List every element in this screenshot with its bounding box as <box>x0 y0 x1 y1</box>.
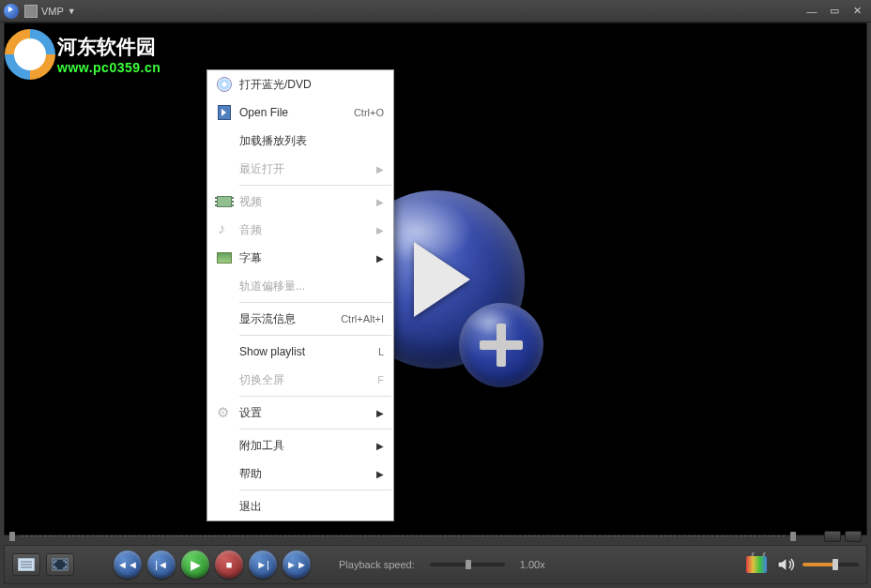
submenu-arrow-icon: ▶ <box>376 441 384 451</box>
menu-item[interactable]: 打开蓝光/DVD <box>207 70 393 98</box>
menu-item-label: 加载播放列表 <box>237 133 384 149</box>
menu-item-label: 帮助 <box>237 466 373 482</box>
title-bar: VMP ▼ — ▭ ✕ <box>0 0 871 23</box>
close-button[interactable]: ✕ <box>847 4 867 19</box>
menu-item-label: 音频 <box>237 222 373 238</box>
menu-item-label: 退出 <box>237 499 384 515</box>
playback-speed-slider[interactable] <box>430 563 505 566</box>
watermark-logo-icon <box>5 29 55 80</box>
submenu-arrow-icon: ▶ <box>376 225 384 235</box>
menu-item[interactable]: Show playlistL <box>207 338 393 366</box>
fast-forward-button[interactable]: ►► <box>283 550 311 579</box>
menu-item: 切换全屏F <box>207 366 393 394</box>
menu-item-label: 显示流信息 <box>237 311 341 327</box>
menu-separator <box>239 396 391 397</box>
play-button[interactable]: ▶ <box>181 550 209 579</box>
menu-item-shortcut: F <box>377 374 384 385</box>
app-title[interactable]: VMP <box>41 6 64 17</box>
context-menu: 打开蓝光/DVDOpen FileCtrl+O加载播放列表最近打开▶视频▶音频▶… <box>206 69 394 521</box>
watermark-title: 河东软件园 <box>57 34 160 60</box>
menu-item-shortcut: Ctrl+Alt+I <box>341 313 384 324</box>
menu-item-label: 设置 <box>237 405 373 421</box>
control-bar: ◄◄ |◄ ▶ ■ ►| ►► Playback speed: 1.00x <box>4 545 867 584</box>
disc-icon <box>211 77 237 92</box>
playback-speed-label: Playback speed: <box>339 559 415 570</box>
menu-item-label: 视频 <box>237 194 373 210</box>
menu-separator <box>239 185 391 186</box>
mute-button[interactable] <box>776 555 797 574</box>
stop-button[interactable]: ■ <box>215 550 243 579</box>
color-settings-button[interactable] <box>742 553 771 576</box>
menu-item-shortcut: Ctrl+O <box>354 107 384 118</box>
menu-item-label: 轨道偏移量... <box>237 279 384 294</box>
video-icon <box>211 196 237 207</box>
menu-item: 轨道偏移量... <box>207 272 393 300</box>
seek-end-handle[interactable] <box>790 532 796 541</box>
watermark: 河东软件园 www.pc0359.cn <box>5 29 160 80</box>
minimize-button[interactable]: — <box>802 4 822 19</box>
video-viewport[interactable]: 河东软件园 www.pc0359.cn <box>4 23 867 535</box>
menu-separator <box>239 490 391 490</box>
submenu-arrow-icon: ▶ <box>376 197 384 207</box>
menu-item[interactable]: 加载播放列表 <box>207 127 393 155</box>
menu-item-label: 附加工具 <box>237 438 373 454</box>
menu-item-label: Open File <box>237 106 354 119</box>
menu-item[interactable]: 退出 <box>207 492 393 520</box>
menu-item[interactable]: 附加工具▶ <box>207 431 393 460</box>
fullscreen-button[interactable] <box>46 553 74 576</box>
menu-item[interactable]: 帮助▶ <box>207 460 393 488</box>
seek-start-handle[interactable] <box>9 532 15 541</box>
marker-icon[interactable] <box>845 531 862 542</box>
submenu-arrow-icon: ▶ <box>376 408 384 418</box>
audio-icon <box>211 222 237 237</box>
file-icon <box>211 105 237 120</box>
add-icon <box>459 303 543 387</box>
next-button[interactable]: ►| <box>249 550 277 579</box>
rewind-button[interactable]: ◄◄ <box>114 550 142 579</box>
tab-icon[interactable] <box>24 5 38 18</box>
menu-item[interactable]: 显示流信息Ctrl+Alt+I <box>207 305 393 333</box>
menu-separator <box>239 335 391 336</box>
sub-icon <box>211 252 237 264</box>
menu-item: 最近打开▶ <box>207 155 393 183</box>
menu-item: 视频▶ <box>207 188 393 216</box>
app-icon <box>4 4 19 19</box>
title-dropdown-icon[interactable]: ▼ <box>68 7 76 16</box>
submenu-arrow-icon: ▶ <box>376 164 384 174</box>
prev-button[interactable]: |◄ <box>147 550 176 579</box>
seek-bar[interactable] <box>9 532 862 541</box>
menu-item-label: 最近打开 <box>237 161 373 177</box>
menu-item-label: 字幕 <box>237 250 373 266</box>
menu-item[interactable]: 字幕▶ <box>207 244 393 272</box>
menu-item[interactable]: 设置▶ <box>207 399 393 427</box>
watermark-url: www.pc0359.cn <box>57 60 160 75</box>
menu-item[interactable]: Open FileCtrl+O <box>207 98 393 127</box>
volume-slider[interactable] <box>802 563 859 566</box>
menu-item-label: 打开蓝光/DVD <box>237 77 384 93</box>
playback-speed-value: 1.00x <box>520 559 545 570</box>
menu-item-label: 切换全屏 <box>237 372 377 388</box>
maximize-button[interactable]: ▭ <box>824 4 845 19</box>
submenu-arrow-icon: ▶ <box>376 253 384 264</box>
menu-item: 音频▶ <box>207 216 393 244</box>
tv-icon <box>746 556 767 573</box>
menu-item-label: Show playlist <box>237 345 378 358</box>
menu-item-shortcut: L <box>378 346 384 357</box>
playlist-button[interactable] <box>12 553 40 576</box>
menu-separator <box>239 302 391 303</box>
gear-icon <box>211 405 237 420</box>
menu-separator <box>239 429 391 430</box>
submenu-arrow-icon: ▶ <box>376 469 384 479</box>
keyboard-icon[interactable] <box>824 531 841 542</box>
